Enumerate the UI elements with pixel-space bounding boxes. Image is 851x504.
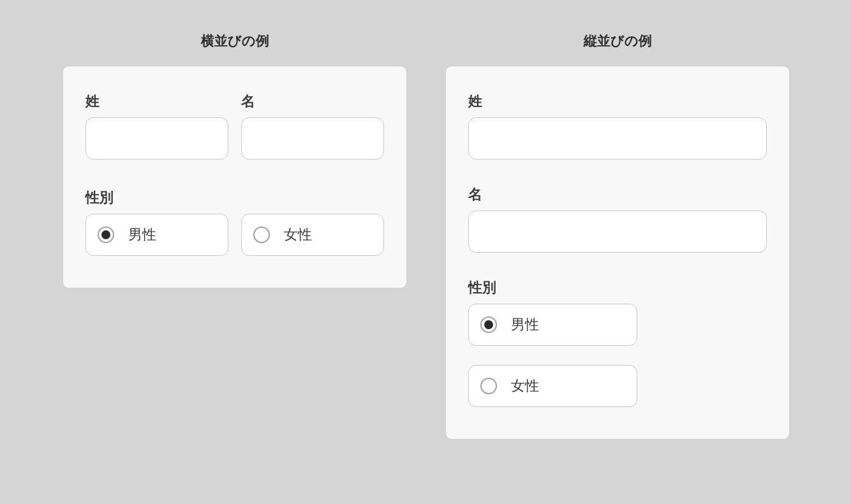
firstname-input[interactable]	[241, 117, 384, 159]
radio-male-label: 男性	[128, 225, 156, 244]
horizontal-title: 横並びの例	[201, 32, 269, 50]
firstname-label-v: 名	[468, 185, 767, 204]
lastname-input[interactable]	[85, 117, 228, 159]
firstname-input-v[interactable]	[468, 211, 767, 253]
lastname-label-v: 姓	[468, 92, 767, 111]
radio-circle-icon	[253, 226, 270, 243]
radio-female[interactable]: 女性	[241, 214, 384, 256]
radio-circle-icon	[98, 226, 114, 243]
vertical-example: 縦並びの例 姓 名 性別 男性	[445, 32, 790, 440]
firstname-field-group-v: 名	[468, 185, 767, 253]
vertical-card: 姓 名 性別 男性 女性	[445, 66, 790, 440]
firstname-field-group: 名	[241, 92, 384, 159]
lastname-field-group-v: 姓	[468, 92, 767, 159]
name-row-horizontal: 姓 名	[85, 92, 384, 159]
lastname-label: 姓	[85, 92, 228, 111]
lastname-field-group: 姓	[85, 92, 228, 159]
radio-circle-icon	[480, 378, 497, 394]
radio-female-label-v: 女性	[511, 376, 539, 396]
name-row-vertical: 姓 名	[468, 92, 767, 253]
radio-male[interactable]: 男性	[85, 214, 228, 256]
radio-circle-icon	[480, 316, 497, 333]
radio-female-label: 女性	[284, 225, 312, 244]
gender-label: 性別	[85, 188, 384, 207]
gender-section-vertical: 性別 男性 女性	[468, 278, 767, 407]
radio-group-horizontal: 男性 女性	[85, 214, 384, 256]
horizontal-example: 横並びの例 姓 名 性別 男性	[63, 32, 407, 440]
gender-label-v: 性別	[468, 278, 767, 297]
radio-group-vertical: 男性 女性	[468, 304, 767, 407]
radio-female-v[interactable]: 女性	[468, 365, 637, 407]
radio-male-label-v: 男性	[511, 315, 539, 334]
vertical-title: 縦並びの例	[584, 32, 652, 50]
gender-section-horizontal: 性別 男性 女性	[85, 188, 384, 256]
lastname-input-v[interactable]	[468, 117, 767, 159]
firstname-label: 名	[241, 92, 384, 111]
radio-male-v[interactable]: 男性	[468, 304, 637, 346]
horizontal-card: 姓 名 性別 男性 女性	[63, 66, 407, 288]
